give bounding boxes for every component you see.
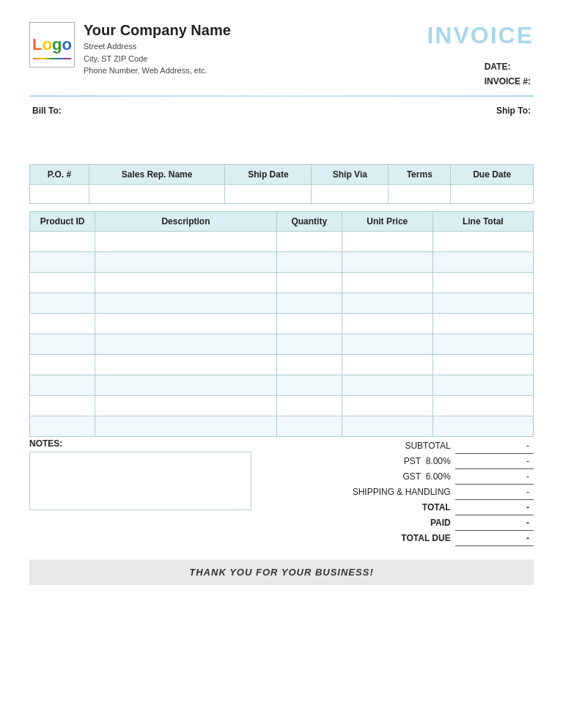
subtotal-label: SUBTOTAL <box>271 438 455 454</box>
total-due-value: - <box>455 530 534 545</box>
summary-section: NOTES: SUBTOTAL - PST 8.00% - GST 6.00% <box>29 438 534 546</box>
prod-desc <box>95 272 276 293</box>
prod-col-qty: Quantity <box>276 211 342 231</box>
company-address2: City, ST ZIP Code <box>84 53 231 65</box>
prod-line-total <box>433 251 533 272</box>
prod-unit-price <box>342 395 433 416</box>
prod-qty <box>276 313 342 334</box>
notes-box[interactable] <box>29 452 251 510</box>
table-row <box>30 231 534 251</box>
prod-desc <box>95 375 276 395</box>
prod-line-total <box>433 416 533 436</box>
prod-unit-price <box>342 334 433 354</box>
prod-id <box>30 251 95 272</box>
prod-desc <box>95 313 276 334</box>
prod-line-total <box>433 395 533 416</box>
prod-line-total <box>433 334 533 354</box>
prod-unit-price <box>342 313 433 334</box>
prod-id <box>30 375 95 395</box>
po-col-po-num: P.O. # <box>30 164 89 184</box>
prod-id <box>30 395 95 416</box>
prod-desc <box>95 354 276 375</box>
shipping-row: SHIPPING & HANDLING - <box>271 484 534 499</box>
prod-line-total <box>433 293 533 313</box>
bill-ship-section: Bill To: Ship To: <box>29 106 534 150</box>
prod-qty <box>276 334 342 354</box>
po-col-terms: Terms <box>389 164 451 184</box>
product-table: Product ID Description Quantity Unit Pri… <box>29 211 534 437</box>
total-row: TOTAL - <box>271 499 534 515</box>
table-row <box>30 375 534 395</box>
table-row <box>30 251 534 272</box>
prod-desc <box>95 395 276 416</box>
po-col-sales-rep: Sales Rep. Name <box>89 164 225 184</box>
prod-id <box>30 354 95 375</box>
prod-unit-price <box>342 416 433 436</box>
po-row <box>30 184 534 203</box>
po-col-due-date: Due Date <box>451 164 534 184</box>
prod-desc <box>95 231 276 251</box>
shipping-value: - <box>455 484 534 499</box>
pst-label: PST 8.00% <box>271 453 455 468</box>
prod-line-total <box>433 313 533 334</box>
company-address3: Phone Number, Web Address, etc. <box>84 65 231 77</box>
total-label: TOTAL <box>271 499 455 515</box>
totals-table: SUBTOTAL - PST 8.00% - GST 6.00% - S <box>271 438 534 546</box>
pst-value: - <box>455 453 534 468</box>
prod-unit-price <box>342 231 433 251</box>
po-table: P.O. # Sales Rep. Name Ship Date Ship Vi… <box>29 164 534 204</box>
invoice-num-label: INVOICE #: <box>485 74 531 89</box>
company-name: Your Company Name <box>84 22 231 39</box>
thank-you-bar: THANK YOU FOR YOUR BUSINESS! <box>29 559 534 585</box>
prod-qty <box>276 293 342 313</box>
gst-label: GST 6.00% <box>271 468 455 484</box>
prod-qty <box>276 395 342 416</box>
prod-id <box>30 334 95 354</box>
table-row <box>30 272 534 293</box>
prod-id <box>30 313 95 334</box>
prod-qty <box>276 251 342 272</box>
pst-row: PST 8.00% - <box>271 453 534 468</box>
date-label: DATE: <box>485 59 511 74</box>
company-address1: Street Address <box>84 40 231 53</box>
po-cell-ship-date <box>225 184 312 203</box>
prod-unit-price <box>342 293 433 313</box>
prod-desc <box>95 251 276 272</box>
table-row <box>30 416 534 436</box>
prod-desc <box>95 334 276 354</box>
prod-qty <box>276 354 342 375</box>
po-cell-sales-rep <box>89 184 225 203</box>
prod-qty <box>276 416 342 436</box>
prod-unit-price <box>342 251 433 272</box>
bill-to: Bill To: <box>32 106 62 150</box>
subtotal-row: SUBTOTAL - <box>271 438 534 454</box>
logo: Logo <box>29 22 75 67</box>
prod-unit-price <box>342 375 433 395</box>
table-row <box>30 293 534 313</box>
prod-col-desc: Description <box>95 211 276 231</box>
notes-label: NOTES: <box>29 438 251 449</box>
prod-qty <box>276 231 342 251</box>
ship-to: Ship To: <box>496 106 531 150</box>
prod-id <box>30 293 95 313</box>
po-cell-terms <box>389 184 451 203</box>
prod-unit-price <box>342 354 433 375</box>
prod-id <box>30 272 95 293</box>
prod-col-line-total: Line Total <box>433 211 533 231</box>
paid-row: PAID - <box>271 515 534 530</box>
prod-qty <box>276 272 342 293</box>
prod-line-total <box>433 272 533 293</box>
table-row <box>30 354 534 375</box>
po-col-ship-via: Ship Via <box>312 164 389 184</box>
prod-line-total <box>433 354 533 375</box>
table-row <box>30 334 534 354</box>
total-value: - <box>455 499 534 515</box>
prod-id <box>30 231 95 251</box>
total-due-label: TOTAL DUE <box>271 530 455 545</box>
prod-col-id: Product ID <box>30 211 95 231</box>
table-row <box>30 313 534 334</box>
po-col-ship-date: Ship Date <box>225 164 312 184</box>
gst-value: - <box>455 468 534 484</box>
totals-area: SUBTOTAL - PST 8.00% - GST 6.00% - S <box>271 438 534 546</box>
prod-desc <box>95 416 276 436</box>
